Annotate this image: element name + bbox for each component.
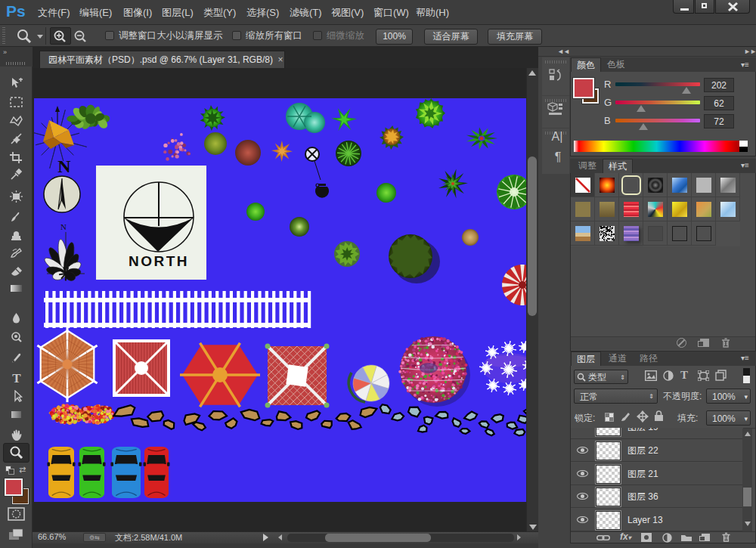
svg-text:N: N (60, 222, 67, 231)
svg-text:NORTH: NORTH (129, 253, 189, 269)
svg-text:N: N (57, 156, 71, 176)
svg-text:T: T (12, 371, 21, 385)
